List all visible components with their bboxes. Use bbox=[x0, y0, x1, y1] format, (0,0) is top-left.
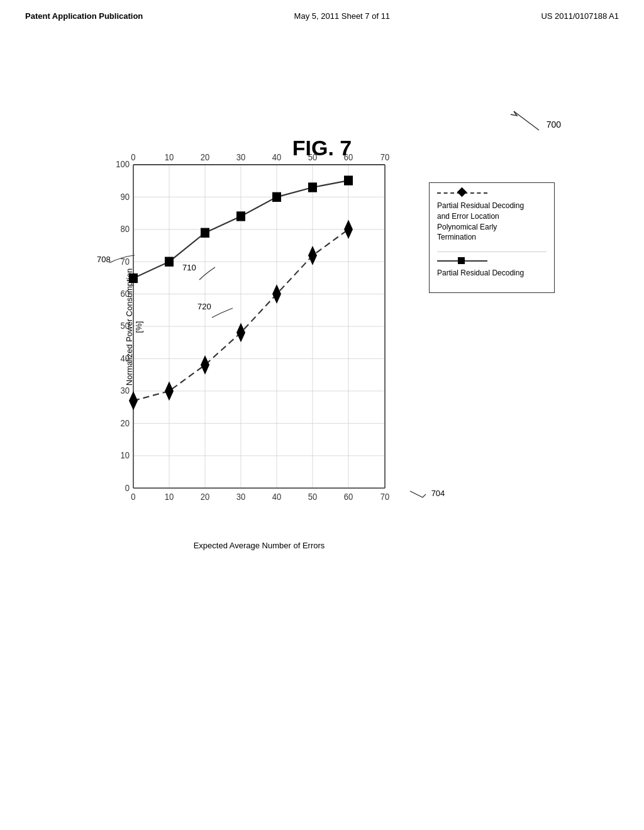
svg-rect-51 bbox=[165, 257, 174, 267]
arrow-708-icon bbox=[109, 250, 141, 269]
svg-text:100: 100 bbox=[116, 160, 130, 170]
svg-text:0: 0 bbox=[131, 492, 136, 502]
svg-marker-59 bbox=[201, 355, 209, 375]
svg-text:20: 20 bbox=[201, 492, 210, 502]
svg-rect-54 bbox=[272, 192, 281, 202]
svg-text:50: 50 bbox=[308, 492, 318, 502]
svg-text:10: 10 bbox=[165, 492, 174, 502]
arrow-704-icon bbox=[410, 488, 429, 501]
svg-text:90: 90 bbox=[121, 192, 130, 202]
svg-text:30: 30 bbox=[121, 386, 130, 396]
svg-text:20: 20 bbox=[121, 418, 130, 428]
svg-text:0: 0 bbox=[125, 483, 130, 493]
header-center: May 5, 2011 Sheet 7 of 11 bbox=[294, 11, 391, 21]
svg-marker-61 bbox=[272, 284, 281, 304]
svg-text:40: 40 bbox=[121, 353, 130, 363]
svg-text:10: 10 bbox=[121, 451, 130, 461]
svg-rect-50 bbox=[129, 274, 138, 283]
legend-item-2-text: Partial Residual Decoding bbox=[437, 268, 524, 277]
x-axis-label: Expected Average Number of Errors bbox=[102, 541, 416, 550]
legend-item-1: Partial Residual Decodingand Error Locat… bbox=[437, 189, 547, 243]
svg-text:80: 80 bbox=[121, 224, 130, 235]
header-left: Patent Application Publication bbox=[25, 11, 143, 21]
label-704: 704 bbox=[410, 488, 445, 501]
arrow-710-icon bbox=[193, 264, 225, 283]
svg-text:60: 60 bbox=[344, 492, 353, 502]
svg-marker-62 bbox=[308, 246, 317, 265]
svg-rect-52 bbox=[201, 228, 209, 238]
svg-text:30: 30 bbox=[236, 492, 246, 502]
arrow-700-icon bbox=[508, 108, 545, 133]
svg-text:70: 70 bbox=[380, 492, 390, 502]
arrow-720-icon bbox=[209, 305, 240, 321]
legend-item-2: Partial Residual Decoding bbox=[437, 257, 547, 277]
svg-marker-63 bbox=[344, 219, 353, 239]
svg-rect-53 bbox=[236, 211, 245, 221]
svg-text:60: 60 bbox=[121, 289, 130, 299]
svg-text:40: 40 bbox=[272, 492, 282, 502]
chart-svg: 0 10 20 30 40 50 60 70 80 90 100 0 10 20… bbox=[102, 151, 416, 516]
svg-rect-55 bbox=[308, 182, 317, 192]
svg-rect-56 bbox=[344, 175, 353, 185]
label-708: 708 bbox=[97, 255, 111, 264]
figure-caption: FIG. 7 bbox=[64, 136, 580, 160]
svg-marker-60 bbox=[236, 323, 245, 343]
svg-marker-57 bbox=[129, 391, 138, 411]
svg-marker-58 bbox=[165, 382, 174, 401]
label-700: 700 bbox=[547, 119, 561, 130]
legend-box: Partial Residual Decodingand Error Locat… bbox=[429, 182, 555, 293]
chart-area: Normalized Power Consumption[%] bbox=[64, 151, 580, 516]
legend-item-1-text: Partial Residual Decodingand Error Locat… bbox=[437, 201, 524, 241]
svg-text:50: 50 bbox=[121, 321, 130, 331]
header-right: US 2011/0107188 A1 bbox=[541, 11, 619, 21]
